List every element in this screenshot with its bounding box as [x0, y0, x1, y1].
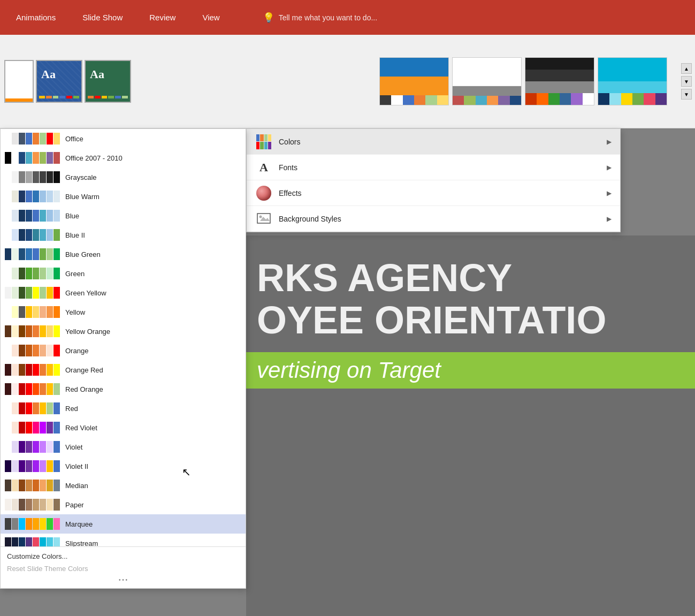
color-scheme-list: OfficeOffice 2007 - 2010GrayscaleBlue Wa… — [1, 129, 246, 546]
color-scheme-name: Office 2007 - 2010 — [65, 154, 123, 162]
menu-item-colors[interactable]: Colors ▶ — [247, 129, 620, 155]
themes-row: Aa Aa — [0, 35, 695, 128]
right-menu: Colors ▶ A Fonts ▶ Effects ▶ — [246, 128, 621, 232]
tab-animations[interactable]: Animations — [11, 9, 61, 26]
menu-item-fonts[interactable]: A Fonts ▶ — [247, 155, 620, 180]
color-dropdown: OfficeOffice 2007 - 2010GrayscaleBlue Wa… — [0, 128, 246, 589]
color-scheme-item[interactable]: Violet — [1, 437, 246, 457]
effects-icon — [255, 185, 272, 202]
fonts-label: Fonts — [279, 163, 607, 172]
background-label: Background Styles — [279, 215, 607, 223]
background-icon — [255, 210, 272, 227]
main-area: RKS AGENCY OYEE ORIENTATIO vertising on … — [0, 128, 695, 616]
color-scheme-name: Orange Red — [65, 366, 103, 374]
color-theme-1[interactable] — [379, 57, 449, 105]
color-scheme-item[interactable]: Marquee — [1, 514, 246, 534]
background-arrow: ▶ — [607, 215, 612, 223]
theme-thumb-3[interactable]: Aa — [85, 60, 131, 103]
color-scheme-item[interactable]: Paper — [1, 495, 246, 514]
color-scheme-item[interactable]: Red — [1, 399, 246, 418]
color-scheme-item[interactable]: Red Orange — [1, 379, 246, 399]
color-scheme-item[interactable]: Blue II — [1, 225, 246, 245]
color-scheme-item[interactable]: Office 2007 - 2010 — [1, 148, 246, 168]
footer-dots: • • • — [7, 575, 239, 585]
fonts-arrow: ▶ — [607, 164, 612, 171]
color-scheme-name: Violet — [65, 443, 82, 451]
color-scheme-name: Orange — [65, 347, 88, 355]
theme-thumb-2[interactable]: Aa — [36, 60, 82, 103]
lightbulb-icon: 💡 — [263, 12, 274, 24]
color-scheme-name: Slipstream — [65, 539, 98, 547]
customize-colors-link[interactable]: Customize Colors... — [7, 550, 239, 562]
fonts-icon: A — [255, 159, 272, 176]
color-scheme-name: Red Violet — [65, 424, 97, 432]
color-scheme-name: Green — [65, 270, 85, 278]
color-scheme-name: Office — [65, 135, 83, 143]
color-scheme-name: Median — [65, 482, 88, 490]
menu-item-effects[interactable]: Effects ▶ — [247, 180, 620, 206]
ribbon-search[interactable]: 💡 Tell me what you want to do... — [263, 12, 377, 24]
colors-arrow: ▶ — [607, 138, 612, 146]
color-scheme-name: Red — [65, 405, 78, 413]
themes-scroll-up[interactable]: ▲ — [681, 63, 692, 74]
search-text: Tell me what you want to do... — [279, 13, 377, 22]
color-scheme-item[interactable]: Violet II — [1, 457, 246, 476]
color-scheme-name: Grayscale — [65, 173, 97, 181]
color-scheme-name: Paper — [65, 501, 84, 509]
slide-title-1: RKS AGENCY — [246, 235, 695, 299]
color-scheme-name: Blue — [65, 212, 79, 220]
dropdown-footer: Customize Colors... Reset Slide Theme Co… — [1, 546, 246, 588]
color-scheme-name: Blue Warm — [65, 193, 100, 201]
color-scheme-name: Blue II — [65, 231, 85, 239]
color-scheme-item[interactable]: Slipstream — [1, 534, 246, 546]
color-scheme-item[interactable]: Orange Red — [1, 360, 246, 379]
color-scheme-name: Blue Green — [65, 250, 101, 258]
colors-icon — [255, 133, 272, 150]
color-scheme-item[interactable]: Yellow — [1, 302, 246, 322]
color-scheme-item[interactable]: Grayscale — [1, 168, 246, 187]
color-scheme-item[interactable]: Red Violet — [1, 418, 246, 437]
color-theme-3[interactable] — [525, 57, 594, 105]
tab-view[interactable]: View — [197, 9, 225, 26]
color-scheme-name: Red Orange — [65, 385, 103, 393]
color-scheme-item[interactable]: Yellow Orange — [1, 322, 246, 341]
color-scheme-item[interactable]: Green Yellow — [1, 283, 246, 302]
color-theme-2[interactable] — [452, 57, 522, 105]
theme-thumb-1[interactable] — [4, 60, 34, 103]
slide-content: RKS AGENCY OYEE ORIENTATIO vertising on … — [246, 235, 695, 616]
effects-arrow: ▶ — [607, 189, 612, 197]
color-scheme-item[interactable]: Median — [1, 476, 246, 495]
tab-slideshow[interactable]: Slide Show — [77, 9, 128, 26]
color-theme-4[interactable] — [598, 57, 667, 105]
svg-point-1 — [259, 215, 262, 218]
slide-green-bar: vertising on Target — [246, 352, 695, 389]
color-scheme-name: Green Yellow — [65, 289, 106, 297]
effects-label: Effects — [279, 189, 607, 197]
slide-title-2: OYEE ORIENTATIO — [246, 299, 695, 341]
ribbon-bar: Animations Slide Show Review View 💡 Tell… — [0, 0, 695, 35]
color-scheme-item[interactable]: Green — [1, 264, 246, 283]
themes-scroll-area: Aa Aa — [4, 39, 369, 124]
color-scheme-item[interactable]: Orange — [1, 341, 246, 360]
menu-item-background[interactable]: Background Styles ▶ — [247, 206, 620, 232]
color-scheme-name: Marquee — [65, 520, 93, 528]
color-scheme-item[interactable]: Office — [1, 129, 246, 148]
reset-colors-link: Reset Slide Theme Colors — [7, 562, 239, 575]
colors-label: Colors — [279, 138, 607, 146]
themes-scroll-more[interactable]: ▼ — [681, 89, 692, 100]
color-scheme-name: Yellow — [65, 308, 85, 316]
color-scheme-item[interactable]: Blue — [1, 206, 246, 225]
slide-subtitle: vertising on Target — [257, 358, 441, 383]
themes-scroll-controls: ▲ ▼ ▼ — [678, 61, 695, 102]
tab-review[interactable]: Review — [144, 9, 181, 26]
color-scheme-name: Yellow Orange — [65, 328, 110, 336]
color-scheme-item[interactable]: Blue Green — [1, 245, 246, 264]
color-scheme-name: Violet II — [65, 462, 88, 470]
themes-scroll-down[interactable]: ▼ — [681, 76, 692, 87]
color-scheme-item[interactable]: Blue Warm — [1, 187, 246, 206]
